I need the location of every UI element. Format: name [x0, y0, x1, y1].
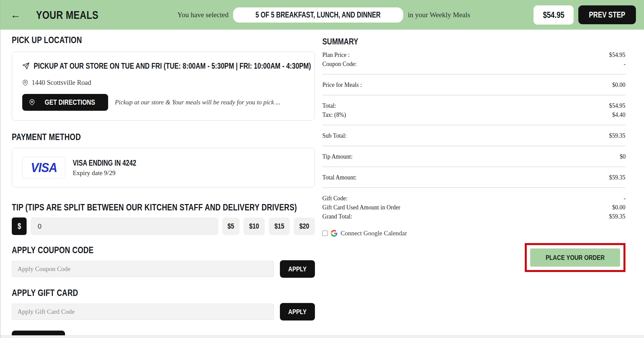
- summary-row-tax: Tax: (8%)$4.40: [322, 110, 625, 119]
- selected-meals-badge: 5 OF 5 BREAKFAST, LUNCH, AND DINNER: [233, 7, 403, 23]
- summary-row-total: Total:$54.95: [322, 101, 625, 110]
- tip-currency-box: $: [12, 217, 27, 235]
- summary-row-coupon-code: Coupon Code:-: [322, 59, 625, 68]
- header-left: ← YOUR MEALS: [8, 8, 114, 22]
- place-order-button[interactable]: PLACE YOUR ORDER: [530, 248, 620, 267]
- pickup-section-title: PICK UP LOCATION: [12, 35, 82, 45]
- pickup-schedule-line: PICKUP AT OUR STORE ON TUE AND FRI (TUE:…: [22, 61, 304, 71]
- apply-gift-card-button[interactable]: APPLY: [280, 303, 315, 320]
- card-number-line: VISA ENDING IN 4242: [73, 159, 136, 168]
- summary-row-tip-amount: Tip Amount:$0: [322, 152, 625, 161]
- visa-logo: VISA: [22, 157, 65, 178]
- coupon-section-title: APPLY COUPON CODE: [12, 245, 94, 256]
- tip-preset-15-button[interactable]: $15: [269, 217, 290, 235]
- summary-row-total-amount: Total Amount:$59.35: [322, 173, 625, 182]
- order-summary: SUMMARY Plan Price :$54.95 Coupon Code:-…: [322, 36, 625, 272]
- place-order-area: PLACE YOUR ORDER: [322, 243, 625, 272]
- pickup-address-text: 1440 Scottsville Road: [32, 79, 91, 87]
- page-title: YOUR MEALS: [36, 8, 98, 22]
- checkout-form: PICK UP LOCATION PICKUP AT OUR STORE ON …: [12, 35, 315, 338]
- tip-amount-input[interactable]: [31, 217, 218, 235]
- header: ← YOUR MEALS You have selected 5 OF 5 BR…: [0, 0, 644, 30]
- header-right: $54.95 PREV STEP: [534, 5, 636, 25]
- total-price-button[interactable]: $54.95: [534, 5, 574, 25]
- get-directions-button[interactable]: GET DIRECTIONS: [22, 94, 108, 111]
- google-icon: [331, 230, 337, 237]
- google-calendar-row: Connect Google Calendar: [322, 230, 625, 237]
- tip-preset-10-button[interactable]: $10: [244, 217, 265, 235]
- map-pin-icon: [22, 80, 28, 86]
- tip-section-title: TIP (TIPS ARE SPLIT BETWEEN OUR KITCHEN …: [12, 202, 297, 213]
- pickup-actions: GET DIRECTIONS Pickup at our store & You…: [22, 94, 304, 111]
- card-expiry-line: Expiry date 9/29: [73, 169, 152, 177]
- location-pin-icon: [29, 99, 35, 105]
- tip-preset-5-button[interactable]: $5: [222, 217, 239, 235]
- summary-row-plan-price: Plan Price :$54.95: [322, 50, 625, 59]
- summary-divider: [322, 146, 625, 146]
- google-calendar-label: Connect Google Calendar: [341, 230, 407, 237]
- summary-row-gift-card-used: Gift Card Used Amount in Order$0.00: [322, 203, 625, 212]
- summary-row-sub-total: Sub Total:$59.35: [322, 131, 625, 140]
- send-icon: [22, 62, 30, 70]
- payment-section-title: PAYMENT METHOD: [12, 132, 81, 142]
- payment-card-details: VISA ENDING IN 4242 Expiry date 9/29: [73, 159, 152, 177]
- coupon-code-input[interactable]: [12, 261, 274, 277]
- header-prev-step-button[interactable]: PREV STEP: [578, 5, 636, 24]
- pickup-address: 1440 Scottsville Road: [22, 79, 304, 87]
- summary-divider: [322, 95, 625, 95]
- back-arrow-icon: ←: [10, 9, 21, 20]
- pickup-location-card: PICKUP AT OUR STORE ON TUE AND FRI (TUE:…: [12, 52, 315, 121]
- selected-suffix-text: in your Weekly Meals: [408, 11, 470, 19]
- summary-row-price-for-meals: Price for Meals :$0.00: [322, 80, 625, 89]
- selected-prefix-text: You have selected: [178, 11, 229, 19]
- gift-card-section-title: APPLY GIFT CARD: [12, 288, 78, 298]
- summary-divider: [322, 74, 625, 74]
- summary-section-title: SUMMARY: [322, 36, 358, 47]
- summary-row-grand-total: Grand Total:$59.35: [322, 212, 625, 221]
- summary-divider: [322, 125, 625, 125]
- summary-row-gift-code: Gift Code:-: [322, 194, 625, 203]
- gift-card-row: APPLY: [12, 303, 315, 320]
- apply-coupon-button[interactable]: APPLY: [280, 260, 315, 278]
- summary-divider: [322, 167, 625, 167]
- tip-preset-20-button[interactable]: $20: [294, 217, 315, 235]
- coupon-row: APPLY: [12, 260, 315, 278]
- highlight-box: PLACE YOUR ORDER: [525, 243, 625, 272]
- back-button[interactable]: ←: [8, 8, 23, 21]
- summary-rows: Plan Price :$54.95 Coupon Code:- Price f…: [322, 50, 625, 221]
- header-selection-summary: You have selected 5 OF 5 BREAKFAST, LUNC…: [114, 7, 534, 23]
- tip-controls: $ $5 $10 $15 $20: [12, 217, 315, 235]
- horizontal-scrollbar[interactable]: [0, 335, 644, 338]
- gift-card-code-input[interactable]: [12, 304, 274, 320]
- pickup-note: Pickup at our store & Your meals will be…: [115, 99, 280, 106]
- google-calendar-checkbox[interactable]: [322, 231, 328, 236]
- summary-divider: [322, 188, 625, 188]
- payment-method-card: VISA VISA ENDING IN 4242 Expiry date 9/2…: [12, 148, 315, 188]
